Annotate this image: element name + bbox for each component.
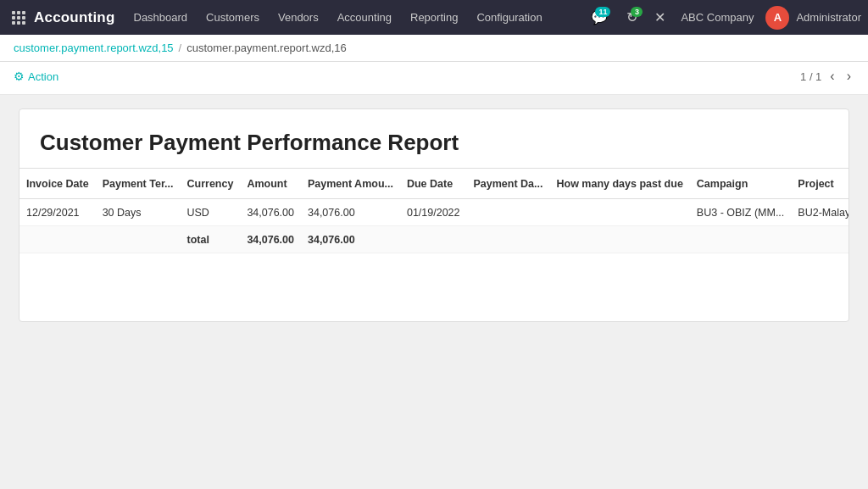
total-row: total 34,076.00 34,076.00 🗑 [19, 226, 849, 253]
col-campaign: Campaign [690, 169, 791, 199]
top-navigation: Accounting Dashboard Customers Vendors A… [0, 0, 868, 35]
table-header-row: Invoice Date Payment Ter... Currency Amo… [19, 169, 849, 199]
app-brand: Accounting [34, 9, 115, 26]
breadcrumb-link[interactable]: customer.payment.report.wzd,15 [14, 42, 174, 54]
gear-icon: ⚙ [14, 69, 25, 83]
company-name: ABC Company [676, 11, 759, 24]
breadcrumb-current: customer.payment.report.wzd,16 [186, 42, 347, 54]
breadcrumb-bar: customer.payment.report.wzd,15 / custome… [0, 35, 868, 62]
pagination-prev[interactable]: ‹ [826, 67, 837, 86]
user-name: Administrator [796, 11, 861, 24]
notifications-badge: 11 [595, 7, 610, 17]
refresh-badge: 3 [631, 7, 643, 17]
cell-amount: 34,076.00 [240, 199, 301, 226]
user-initial: A [774, 11, 782, 24]
report-table: Invoice Date Payment Ter... Currency Amo… [19, 168, 849, 253]
cell-campaign: BU3 - OBIZ (MM... [690, 199, 791, 226]
table-row: 12/29/2021 30 Days USD 34,076.00 34,076.… [19, 199, 849, 226]
total-empty-2 [96, 226, 181, 253]
refresh-button[interactable]: ↻ 3 [619, 5, 644, 31]
report-card: Customer Payment Performance Report Invo… [19, 108, 849, 322]
menu-item-dashboard[interactable]: Dashboard [125, 8, 197, 27]
cell-currency: USD [180, 199, 240, 226]
top-menu: Dashboard Customers Vendors Accounting R… [125, 8, 584, 27]
total-label: total [180, 226, 240, 253]
col-payment-amount: Payment Amou... [301, 169, 400, 199]
col-invoice-date: Invoice Date [19, 169, 96, 199]
pagination-text: 1 / 1 [800, 70, 821, 83]
svg-rect-2 [22, 11, 25, 14]
action-label: Action [28, 70, 58, 83]
total-empty-4 [467, 226, 550, 253]
apps-icon[interactable] [7, 6, 31, 30]
close-button[interactable]: ✕ [651, 6, 669, 29]
report-title: Customer Payment Performance Report [40, 130, 828, 156]
main-content: Customer Payment Performance Report Invo… [0, 95, 868, 481]
svg-rect-6 [12, 21, 15, 25]
menu-item-customers[interactable]: Customers [198, 8, 268, 27]
menu-item-reporting[interactable]: Reporting [402, 8, 466, 27]
cell-project: BU2-Malaysian Meranti [791, 199, 849, 226]
cell-payment-date [467, 199, 550, 226]
svg-rect-3 [12, 16, 15, 19]
cell-payment-terms: 30 Days [96, 199, 181, 226]
menu-item-accounting[interactable]: Accounting [329, 8, 400, 27]
cell-days-past-due [549, 199, 689, 226]
col-payment-terms: Payment Ter... [96, 169, 181, 199]
total-amount: 34,076.00 [240, 226, 301, 253]
svg-rect-0 [12, 11, 15, 14]
notifications-button[interactable]: 💬 11 [587, 5, 612, 31]
action-bar: ⚙ Action 1 / 1 ‹ › [0, 62, 868, 95]
svg-rect-1 [17, 11, 20, 14]
action-button[interactable]: ⚙ Action [14, 69, 58, 83]
total-payment-amount: 34,076.00 [301, 226, 400, 253]
total-empty-7 [791, 226, 849, 253]
user-avatar[interactable]: A [765, 6, 789, 30]
svg-rect-7 [17, 21, 20, 25]
pagination-next[interactable]: › [843, 67, 854, 86]
breadcrumb-separator: / [179, 42, 182, 54]
pagination: 1 / 1 ‹ › [800, 67, 854, 86]
total-empty-6 [690, 226, 791, 253]
cell-invoice-date: 12/29/2021 [19, 199, 96, 226]
report-title-area: Customer Payment Performance Report [19, 109, 849, 168]
report-footer [19, 253, 849, 321]
topnav-right-section: 💬 11 ↻ 3 ✕ ABC Company A Administrator [587, 5, 861, 31]
col-amount: Amount [240, 169, 301, 199]
svg-rect-8 [22, 21, 25, 25]
menu-item-configuration[interactable]: Configuration [468, 8, 550, 27]
col-payment-date: Payment Da... [467, 169, 550, 199]
col-days-past-due: How many days past due [549, 169, 689, 199]
cell-due-date: 01/19/2022 [400, 199, 467, 226]
col-currency: Currency [180, 169, 240, 199]
svg-rect-4 [17, 16, 20, 19]
cell-payment-amount: 34,076.00 [301, 199, 400, 226]
menu-item-vendors[interactable]: Vendors [270, 8, 327, 27]
col-due-date: Due Date [400, 169, 467, 199]
total-empty-1 [19, 226, 96, 253]
col-project: Project [791, 169, 849, 199]
svg-rect-5 [22, 16, 25, 19]
total-empty-3 [400, 226, 467, 253]
total-empty-5 [549, 226, 689, 253]
